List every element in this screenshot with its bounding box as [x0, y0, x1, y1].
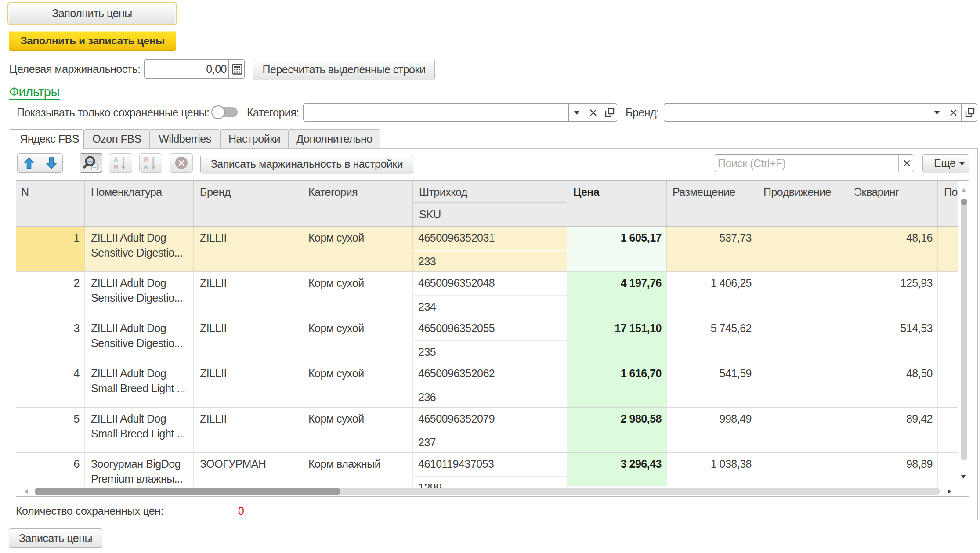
- svg-text:Я: Я: [143, 156, 148, 163]
- svg-text:Я: Я: [113, 163, 118, 170]
- svg-text:А: А: [143, 163, 148, 170]
- svg-text:А: А: [113, 156, 118, 163]
